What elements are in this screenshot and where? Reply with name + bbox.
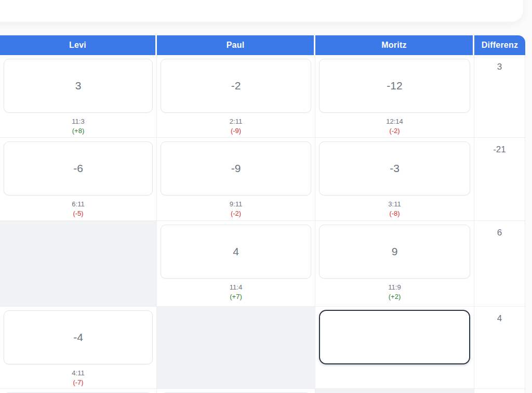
table-row: 311:3(+8)-22:11(-9)-1212:14(-2)3 bbox=[0, 55, 525, 138]
score-text: 11:3 bbox=[0, 117, 156, 125]
score-text: 3:11 bbox=[315, 200, 474, 208]
delta-text: (-5) bbox=[0, 209, 156, 217]
score-card[interactable]: -3 bbox=[319, 141, 470, 195]
delta-text: (-7) bbox=[0, 378, 156, 386]
differenz-cell: 4 bbox=[474, 307, 525, 388]
score-card[interactable]: -9 bbox=[161, 141, 311, 195]
score-card[interactable]: 9 bbox=[319, 225, 470, 279]
empty-cell bbox=[0, 221, 157, 306]
player-cell: -33:11(-8) bbox=[315, 138, 474, 220]
delta-text: (+8) bbox=[0, 127, 156, 135]
table-header-row: LeviPaulMoritzDifferenz bbox=[0, 35, 525, 55]
differenz-cell bbox=[474, 389, 525, 393]
differenz-cell: -21 bbox=[474, 138, 525, 220]
score-text: 9:11 bbox=[157, 200, 315, 208]
player-cell: 411:4(+7) bbox=[157, 221, 315, 306]
player-cell: -66:11(-5) bbox=[0, 138, 157, 220]
card-value: -3 bbox=[390, 162, 400, 175]
card-value: -12 bbox=[387, 80, 402, 92]
card-value: 4 bbox=[233, 245, 239, 258]
column-header-moritz: Moritz bbox=[315, 35, 474, 55]
score-card[interactable]: -12 bbox=[319, 59, 470, 113]
differenz-cell: 6 bbox=[474, 221, 525, 306]
delta-text: (-9) bbox=[157, 127, 315, 135]
column-header-differenz: Differenz bbox=[474, 35, 525, 55]
column-header-paul: Paul bbox=[157, 35, 315, 55]
player-cell: -1212:14(-2) bbox=[315, 55, 474, 137]
top-panel bbox=[0, 0, 523, 22]
card-value: -2 bbox=[231, 80, 241, 92]
score-card[interactable]: -2 bbox=[161, 59, 311, 113]
player-cell bbox=[157, 389, 315, 393]
player-cell: -44:11(-7) bbox=[0, 307, 157, 388]
delta-text: (-2) bbox=[157, 209, 315, 217]
score-table: LeviPaulMoritzDifferenz 311:3(+8)-22:11(… bbox=[0, 35, 525, 393]
score-card[interactable]: -4 bbox=[4, 310, 153, 364]
page: LeviPaulMoritzDifferenz 311:3(+8)-22:11(… bbox=[0, 0, 532, 393]
score-card[interactable]: 4 bbox=[161, 225, 311, 279]
player-cell: 911:9(+2) bbox=[315, 221, 474, 306]
player-cell bbox=[0, 389, 157, 393]
table-row bbox=[0, 389, 525, 393]
card-value: -6 bbox=[73, 162, 83, 175]
score-text: 11:4 bbox=[157, 283, 315, 291]
player-cell: 311:3(+8) bbox=[0, 55, 157, 137]
empty-cell bbox=[315, 389, 474, 393]
score-text: 4:11 bbox=[0, 369, 156, 377]
delta-text: (-2) bbox=[315, 127, 474, 135]
table-row: -44:11(-7)4 bbox=[0, 307, 525, 389]
column-header-levi: Levi bbox=[0, 35, 157, 55]
empty-cell bbox=[157, 307, 315, 388]
table-row: 411:4(+7)911:9(+2)6 bbox=[0, 221, 525, 307]
player-cell: -22:11(-9) bbox=[157, 55, 315, 137]
differenz-cell: 3 bbox=[474, 55, 525, 137]
score-text: 2:11 bbox=[157, 117, 315, 125]
card-value: -9 bbox=[231, 162, 241, 175]
table-body: 311:3(+8)-22:11(-9)-1212:14(-2)3-66:11(-… bbox=[0, 55, 525, 393]
score-card[interactable]: 3 bbox=[4, 59, 153, 113]
player-cell: -99:11(-2) bbox=[157, 138, 315, 220]
score-text: 6:11 bbox=[0, 200, 156, 208]
delta-text: (+7) bbox=[157, 293, 315, 300]
delta-text: (+2) bbox=[315, 293, 474, 300]
card-value: -4 bbox=[73, 331, 83, 344]
selected-score-card[interactable] bbox=[319, 310, 470, 364]
card-value: 9 bbox=[392, 245, 398, 258]
score-card[interactable]: -6 bbox=[4, 141, 153, 195]
score-text: 11:9 bbox=[315, 283, 474, 291]
player-cell bbox=[315, 307, 474, 388]
card-value: 3 bbox=[75, 80, 82, 92]
delta-text: (-8) bbox=[315, 209, 474, 217]
score-text: 12:14 bbox=[315, 117, 474, 125]
table-row: -66:11(-5)-99:11(-2)-33:11(-8)-21 bbox=[0, 138, 525, 221]
